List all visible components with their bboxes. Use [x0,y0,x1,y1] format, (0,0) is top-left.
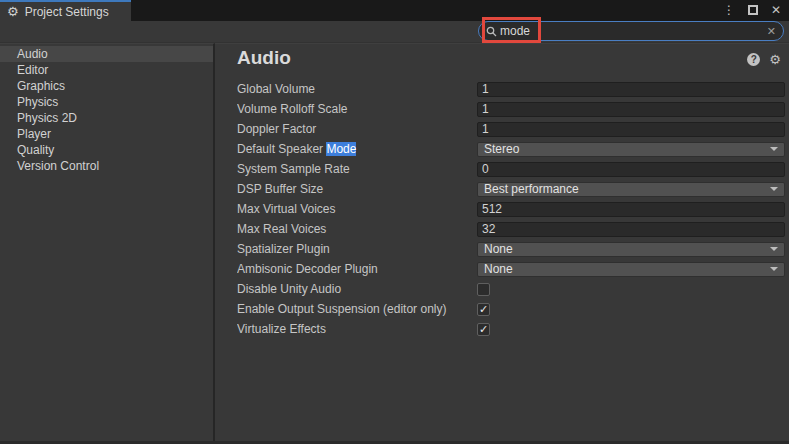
settings-row-disable-unity-audio: Disable Unity Audio [215,279,789,299]
settings-sidebar: AudioEditorGraphicsPhysicsPhysics 2DPlay… [0,43,215,441]
checkbox-disable-unity-audio[interactable] [477,283,490,296]
presets-gear-icon[interactable]: ⚙ [769,53,781,66]
setting-label: Enable Output Suspension (editor only) [237,302,477,316]
sidebar-item-quality[interactable]: Quality [0,142,213,158]
gear-icon: ⚙ [7,5,19,18]
setting-label: Default Speaker Mode [237,142,477,156]
chevron-down-icon [770,267,778,271]
settings-row-ambisonic-decoder-plugin: Ambisonic Decoder PluginNone [215,259,789,279]
text-field-system-sample-rate[interactable] [477,162,785,177]
text-field-max-virtual-voices[interactable] [477,202,785,217]
setting-control [477,283,785,296]
text-field-volume-rolloff-scale[interactable] [477,102,785,117]
text-field-max-real-voices[interactable] [477,222,785,237]
settings-row-max-real-voices: Max Real Voices [215,219,789,239]
dropdown-dsp-buffer-size[interactable]: Best performance [477,182,785,197]
settings-row-doppler-factor: Doppler Factor [215,119,789,139]
window-controls: ⋮ ✕ [723,0,781,19]
setting-label: Global Volume [237,82,477,96]
settings-row-global-volume: Global Volume [215,79,789,99]
help-icon[interactable]: ? [747,53,760,66]
page-title: Audio [237,47,291,69]
dropdown-value: None [484,262,513,276]
sidebar-item-physics[interactable]: Physics [0,94,213,110]
kebab-menu-icon[interactable]: ⋮ [723,3,735,17]
sidebar-item-graphics[interactable]: Graphics [0,78,213,94]
project-settings-window: ⚙ Project Settings ⋮ ✕ ✕ AudioEditorGrap… [0,0,789,444]
setting-control: None [477,262,785,277]
text-field-doppler-factor[interactable] [477,122,785,137]
chevron-down-icon [770,147,778,151]
settings-row-dsp-buffer-size: DSP Buffer SizeBest performance [215,179,789,199]
text-field-global-volume[interactable] [477,82,785,97]
settings-row-spatializer-plugin: Spatializer PluginNone [215,239,789,259]
settings-row-enable-output-suspension-editor-only: Enable Output Suspension (editor only)✓ [215,299,789,319]
dropdown-default-speaker-mode[interactable]: Stereo [477,142,785,157]
setting-control [477,222,785,237]
setting-control: Stereo [477,142,785,157]
setting-control [477,122,785,137]
setting-control: ✓ [477,303,785,316]
setting-label: Spatializer Plugin [237,242,477,256]
dropdown-ambisonic-decoder-plugin[interactable]: None [477,262,785,277]
setting-label: System Sample Rate [237,162,477,176]
toolbar: ✕ [0,21,789,43]
setting-control: Best performance [477,182,785,197]
settings-row-default-speaker-mode: Default Speaker ModeStereo [215,139,789,159]
close-icon[interactable]: ✕ [771,3,781,17]
settings-row-max-virtual-voices: Max Virtual Voices [215,199,789,219]
setting-label: Virtualize Effects [237,322,477,336]
setting-control [477,82,785,97]
setting-control: None [477,242,785,257]
search-icon [486,26,497,37]
search-input[interactable] [497,24,767,38]
search-match-highlight: Mode [326,142,356,156]
settings-row-system-sample-rate: System Sample Rate [215,159,789,179]
chevron-down-icon [770,187,778,191]
setting-control [477,162,785,177]
dropdown-value: Best performance [484,182,579,196]
chevron-down-icon [770,247,778,251]
tab-project-settings[interactable]: ⚙ Project Settings [0,0,131,21]
tab-title: Project Settings [25,5,109,19]
main-panel: Audio ? ⚙ Global VolumeVolume Rolloff Sc… [215,43,789,441]
clear-search-icon[interactable]: ✕ [767,26,776,37]
setting-label: Volume Rolloff Scale [237,102,477,116]
setting-label: DSP Buffer Size [237,182,477,196]
body: AudioEditorGraphicsPhysicsPhysics 2DPlay… [0,43,789,441]
settings-rows: Global VolumeVolume Rolloff ScaleDoppler… [215,79,789,339]
setting-label: Max Real Voices [237,222,477,236]
tab-bar: ⚙ Project Settings ⋮ ✕ [0,0,789,21]
setting-control: ✓ [477,323,785,336]
settings-row-virtualize-effects: Virtualize Effects✓ [215,319,789,339]
sidebar-item-audio[interactable]: Audio [0,46,213,62]
settings-row-volume-rolloff-scale: Volume Rolloff Scale [215,99,789,119]
sidebar-item-player[interactable]: Player [0,126,213,142]
setting-label: Ambisonic Decoder Plugin [237,262,477,276]
dropdown-value: Stereo [484,142,519,156]
sidebar-item-physics-2d[interactable]: Physics 2D [0,110,213,126]
header-icons: ? ⚙ [747,53,781,66]
maximize-icon[interactable] [748,5,758,15]
content-header: Audio ? ⚙ [237,47,781,69]
setting-control [477,202,785,217]
sidebar-item-editor[interactable]: Editor [0,62,213,78]
checkbox-virtualize-effects[interactable]: ✓ [477,323,490,336]
setting-label: Max Virtual Voices [237,202,477,216]
setting-control [477,102,785,117]
sidebar-item-version-control[interactable]: Version Control [0,158,213,174]
setting-label: Doppler Factor [237,122,477,136]
search-box[interactable]: ✕ [478,21,784,41]
dropdown-spatializer-plugin[interactable]: None [477,242,785,257]
dropdown-value: None [484,242,513,256]
setting-label: Disable Unity Audio [237,282,477,296]
checkbox-enable-output-suspension-editor-only[interactable]: ✓ [477,303,490,316]
